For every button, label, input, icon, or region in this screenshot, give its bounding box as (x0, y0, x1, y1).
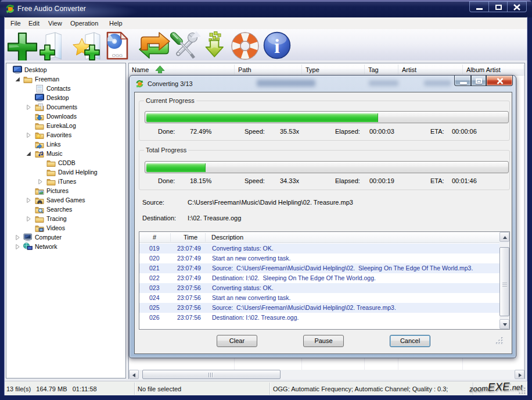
svg-text:i: i (274, 35, 279, 57)
svg-text:OGG: OGG (112, 53, 123, 58)
